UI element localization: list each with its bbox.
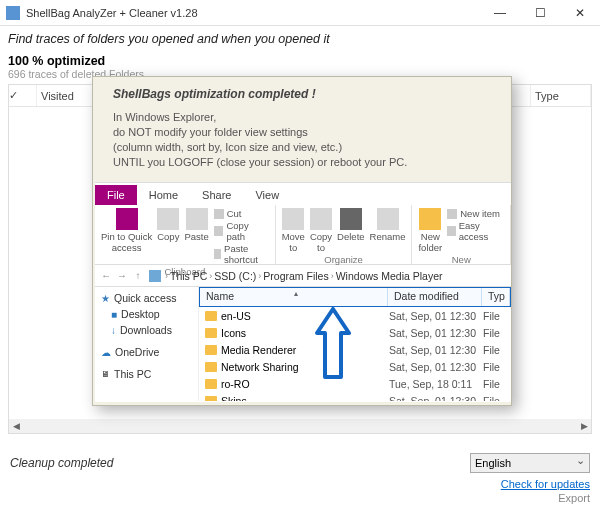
popup-line: do NOT modify your folder view settings: [113, 125, 491, 140]
copy-icon: [157, 208, 179, 230]
explorer-screenshot: File Home Share View Pin to Quick access…: [95, 182, 511, 402]
explorer-rows: en-USSat, Sep, 01 12:30FileIconsSat, Sep…: [199, 307, 511, 401]
sidebar-downloads: Downloads: [99, 322, 194, 338]
paste-icon: [186, 208, 208, 230]
up-icon: ↑: [131, 269, 145, 283]
date-modified: Sat, Sep, 01 12:30: [389, 361, 483, 373]
group-label: New: [452, 254, 471, 265]
new-sublist: New item Easy access: [447, 208, 504, 242]
list-item: Network SharingSat, Sep, 01 12:30File: [199, 358, 511, 375]
tab-view: View: [243, 185, 291, 205]
delete-button: Delete: [337, 208, 364, 242]
col-date: Date modified: [388, 288, 482, 306]
maximize-button[interactable]: ☐: [520, 0, 560, 26]
export-link[interactable]: Export: [10, 491, 590, 505]
date-modified: Sat, Sep, 01 12:30: [389, 344, 483, 356]
titlebar: ShellBag AnalyZer + Cleaner v1.28 — ☐ ✕: [0, 0, 600, 26]
list-item: ro-ROTue, Sep, 18 0:11File: [199, 375, 511, 392]
rename-button: Rename: [370, 208, 406, 242]
check-updates-link[interactable]: Check for updates: [10, 477, 590, 491]
close-button[interactable]: ✕: [560, 0, 600, 26]
bottom-links: Check for updates Export: [10, 477, 590, 505]
file-type: File: [483, 378, 511, 390]
sidebar-this-pc: This PC: [99, 366, 194, 382]
window-title: ShellBag AnalyZer + Cleaner v1.28: [26, 7, 480, 19]
file-type: File: [483, 327, 511, 339]
explorer-tabs: File Home Share View: [95, 183, 511, 205]
folder-icon: [205, 345, 217, 355]
ribbon-organize: Move to Copy to Delete Rename Organize: [276, 205, 413, 264]
new-item-icon: [447, 209, 457, 219]
app-subtitle: Find traces of folders you opened and wh…: [0, 26, 600, 54]
file-type: File: [483, 361, 511, 373]
popup-heading: ShellBags optimization completed !: [113, 87, 491, 102]
crumb: This PC: [170, 270, 207, 282]
tab-home: Home: [137, 185, 190, 205]
clipboard-sublist: Cut Copy path Paste shortcut: [214, 208, 269, 265]
group-label: Organize: [324, 254, 363, 265]
explorer-main: Name Date modified Typ en-USSat, Sep, 01…: [199, 287, 511, 401]
ribbon-new: New folder New item Easy access New: [412, 205, 511, 264]
breadcrumb: ← → ↑ › This PC › SSD (C:) › Program Fil…: [95, 265, 511, 287]
popup-line: In Windows Explorer,: [113, 110, 491, 125]
file-name: Media Renderer: [221, 344, 296, 356]
sidebar-onedrive: OneDrive: [99, 344, 194, 360]
completion-popup: ShellBags optimization completed ! In Wi…: [92, 76, 512, 406]
scroll-left-icon[interactable]: ◀: [9, 419, 23, 433]
file-type: File: [483, 344, 511, 356]
copy-button: Copy: [157, 208, 179, 242]
list-item: IconsSat, Sep, 01 12:30File: [199, 324, 511, 341]
col-name: Name: [200, 288, 388, 306]
paste-button: Paste: [184, 208, 208, 242]
pin-button: Pin to Quick access: [101, 208, 152, 253]
move-to-button: Move to: [282, 208, 305, 253]
file-name: ro-RO: [221, 378, 250, 390]
file-name: Icons: [221, 327, 246, 339]
minimize-button[interactable]: —: [480, 0, 520, 26]
ribbon: Pin to Quick access Copy Paste Cut Copy …: [95, 205, 511, 265]
sidebar-desktop: Desktop: [99, 306, 194, 322]
copyto-icon: [310, 208, 332, 230]
date-modified: Sat, Sep, 01 12:30: [389, 310, 483, 322]
pc-icon: [149, 270, 161, 282]
folder-icon: [205, 396, 217, 402]
language-select[interactable]: English: [470, 453, 590, 473]
col-type[interactable]: Type: [531, 85, 591, 106]
explorer-body: Quick access Desktop Downloads OneDrive …: [95, 287, 511, 401]
cleanup-status: Cleanup completed: [10, 456, 113, 470]
list-item: SkinsSat, Sep, 01 12:30File: [199, 392, 511, 401]
sidebar-quick-access: Quick access: [99, 290, 194, 306]
rename-icon: [377, 208, 399, 230]
explorer-columns: Name Date modified Typ: [199, 287, 511, 307]
explorer-sidebar: Quick access Desktop Downloads OneDrive …: [95, 287, 199, 401]
date-modified: Sat, Sep, 01 12:30: [389, 327, 483, 339]
folder-icon: [205, 362, 217, 372]
ribbon-clipboard: Pin to Quick access Copy Paste Cut Copy …: [95, 205, 276, 264]
scrollbar-horizontal[interactable]: ◀ ▶: [9, 419, 591, 433]
copy-to-button: Copy to: [310, 208, 332, 253]
file-type: File: [483, 310, 511, 322]
folder-icon: [205, 328, 217, 338]
file-type: File: [483, 395, 511, 402]
col-type: Typ: [482, 288, 510, 306]
delete-icon: [340, 208, 362, 230]
list-item: en-USSat, Sep, 01 12:30File: [199, 307, 511, 324]
easy-access-icon: [447, 226, 455, 236]
popup-line: (column width, sort by, Icon size and vi…: [113, 140, 491, 155]
crumb: Program Files: [263, 270, 328, 282]
bottom-bar: Cleanup completed English Check for upda…: [0, 449, 600, 511]
file-name: en-US: [221, 310, 251, 322]
crumb: SSD (C:): [214, 270, 256, 282]
tab-file: File: [95, 185, 137, 205]
folder-icon: [205, 311, 217, 321]
move-icon: [282, 208, 304, 230]
folder-icon: [205, 379, 217, 389]
copy-path-icon: [214, 226, 224, 236]
new-folder-button: New folder: [418, 208, 442, 253]
back-icon: ←: [99, 269, 113, 283]
date-modified: Tue, Sep, 18 0:11: [389, 378, 483, 390]
file-name: Network Sharing: [221, 361, 299, 373]
scroll-right-icon[interactable]: ▶: [577, 419, 591, 433]
col-check[interactable]: ✓: [9, 85, 37, 106]
file-name: Skins: [221, 395, 247, 402]
